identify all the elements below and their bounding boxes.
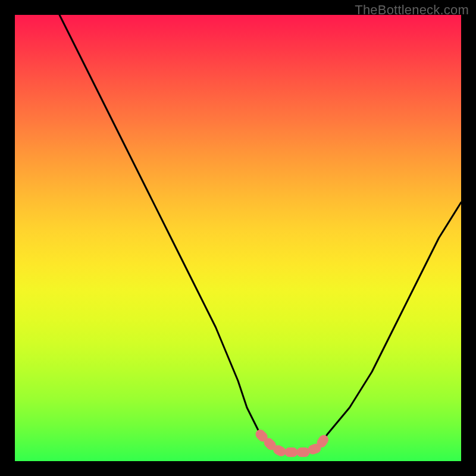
highlight-segment-path <box>261 434 328 452</box>
chart-stage: TheBottleneck.com <box>0 0 476 476</box>
curve-svg <box>15 15 461 461</box>
bottleneck-curve-path <box>60 15 461 452</box>
plot-area <box>15 15 461 461</box>
